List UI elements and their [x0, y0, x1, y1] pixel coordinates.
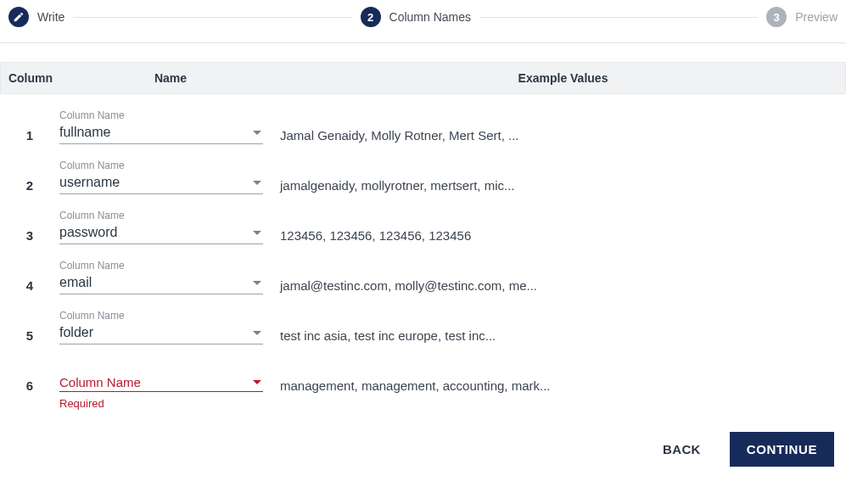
table-header-row: Column Name Example Values	[0, 62, 846, 94]
column-name-cell: Column Name	[59, 160, 280, 194]
table-row: 4Column Namejamal@testinc.com, molly@tes…	[0, 244, 846, 294]
header-column: Column	[1, 63, 60, 93]
back-button[interactable]: BACK	[651, 435, 713, 463]
table-row: 2Column Namejamalgenaidy, mollyrotner, m…	[0, 144, 846, 194]
error-helper-text: Required	[59, 397, 263, 410]
row-index: 2	[0, 160, 59, 193]
step-number-icon: 3	[766, 7, 787, 27]
column-name-select[interactable]	[59, 121, 263, 144]
column-name-cell: Column Name	[59, 210, 280, 244]
example-values: 123456, 123456, 123456, 123456	[280, 210, 846, 243]
step-column-names[interactable]: 2 Column Names	[361, 7, 471, 27]
row-index: 3	[0, 210, 59, 243]
divider	[0, 42, 846, 43]
step-divider	[73, 17, 351, 18]
step-label-column-names: Column Names	[389, 10, 471, 24]
column-name-placeholder: Column Name	[59, 375, 248, 389]
column-name-label: Column Name	[59, 310, 263, 322]
step-preview: 3 Preview	[766, 7, 838, 27]
action-bar: BACK CONTINUE	[0, 410, 846, 479]
column-name-input[interactable]	[59, 173, 248, 192]
row-index: 4	[0, 260, 59, 293]
chevron-down-icon	[253, 281, 261, 285]
column-name-input[interactable]	[59, 323, 248, 342]
chevron-down-icon	[253, 380, 261, 384]
example-values: jamalgenaidy, mollyrotner, mertsert, mic…	[280, 160, 846, 193]
header-example: Example Values	[281, 63, 845, 93]
column-name-cell: Column Name	[59, 310, 280, 344]
step-number-icon: 2	[361, 7, 381, 27]
column-name-select[interactable]	[59, 322, 263, 344]
column-name-cell: Column NameRequired	[59, 360, 280, 410]
column-name-input[interactable]	[59, 123, 248, 142]
chevron-down-icon	[253, 181, 261, 185]
step-label-preview: Preview	[795, 10, 838, 24]
row-index: 1	[0, 109, 59, 143]
column-name-select[interactable]	[59, 221, 263, 244]
column-name-input[interactable]	[59, 223, 248, 242]
pencil-icon	[8, 7, 29, 27]
example-values: management, management, accounting, mark…	[280, 360, 846, 393]
stepper: Write 2 Column Names 3 Preview	[0, 0, 846, 34]
continue-button[interactable]: CONTINUE	[730, 432, 834, 467]
column-name-input[interactable]	[59, 273, 248, 292]
example-values: test inc asia, test inc europe, test inc…	[280, 310, 846, 343]
chevron-down-icon	[253, 331, 261, 335]
column-name-select[interactable]: Column Name	[59, 373, 263, 392]
step-write[interactable]: Write	[8, 7, 64, 27]
chevron-down-icon	[253, 231, 261, 235]
column-name-label: Column Name	[59, 260, 263, 272]
example-values: Jamal Genaidy, Molly Rotner, Mert Sert, …	[280, 109, 846, 143]
row-index: 6	[0, 360, 59, 393]
step-label-write: Write	[37, 10, 64, 24]
header-name: Name	[60, 63, 281, 93]
column-name-label: Column Name	[59, 210, 263, 221]
column-name-label: Column Name	[59, 109, 263, 121]
table-row: 6Column NameRequiredmanagement, manageme…	[0, 344, 846, 410]
table-row: 5Column Nametest inc asia, test inc euro…	[0, 294, 846, 344]
column-name-select[interactable]	[59, 272, 263, 294]
table-row: 1Column NameJamal Genaidy, Molly Rotner,…	[0, 94, 846, 144]
row-index: 5	[0, 310, 59, 343]
column-name-select[interactable]	[59, 171, 263, 194]
table-row: 3Column Name123456, 123456, 123456, 1234…	[0, 194, 846, 244]
example-values: jamal@testinc.com, molly@testinc.com, me…	[280, 260, 846, 293]
step-divider	[479, 17, 758, 18]
column-name-cell: Column Name	[59, 260, 280, 294]
column-name-cell: Column Name	[59, 109, 280, 144]
chevron-down-icon	[253, 131, 261, 135]
column-name-label: Column Name	[59, 160, 263, 171]
column-table: Column Name Example Values 1Column NameJ…	[0, 62, 846, 410]
